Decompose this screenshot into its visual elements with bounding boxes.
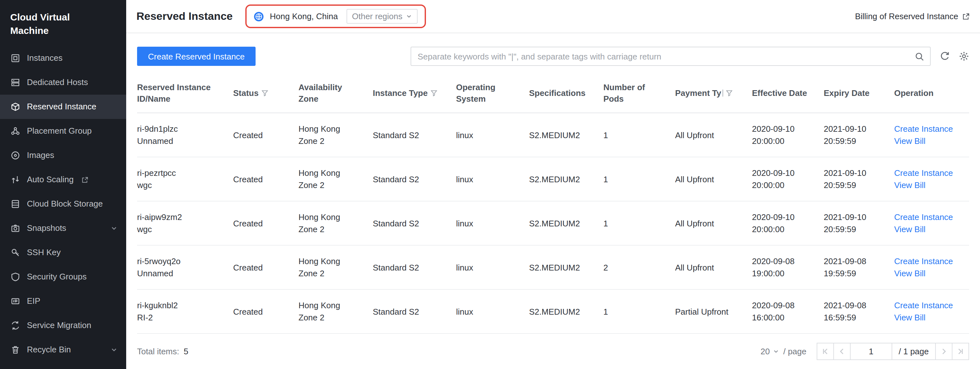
view-bill-link[interactable]: View Bill — [894, 135, 960, 147]
sidebar-item-snapshots[interactable]: Snapshots — [0, 216, 126, 241]
next-page-button[interactable] — [935, 343, 953, 360]
cell-operating-system: linux — [456, 261, 529, 273]
sidebar-item-label: Auto Scaling — [27, 174, 74, 185]
view-bill-link[interactable]: View Bill — [894, 312, 960, 324]
column-header-instance-type: Instance Type — [373, 87, 456, 100]
create-instance-link[interactable]: Create Instance — [894, 299, 960, 312]
other-regions-dropdown[interactable]: Other regions — [346, 9, 418, 24]
view-bill-link[interactable]: View Bill — [894, 267, 960, 279]
cell-payment-type: Partial Upfront — [675, 306, 752, 318]
page-size-value: 20 — [760, 347, 770, 356]
total-items-value: 5 — [184, 347, 188, 356]
sidebar-item-instances[interactable]: Instances — [0, 46, 126, 70]
sidebar-item-label: SSH Key — [27, 247, 61, 258]
column-label: Instance Type — [373, 88, 428, 98]
table-footer: Total items: 5 20 / page — [137, 334, 969, 369]
truncation-bar — [722, 89, 723, 96]
sidebar-item-label: Snapshots — [27, 223, 66, 233]
cell-operation: Create InstanceView Bill — [894, 123, 969, 147]
column-label: Specifications — [529, 88, 585, 98]
cell-status: Created — [233, 129, 299, 141]
column-label: Availability Zone — [299, 82, 342, 104]
instances-icon — [10, 53, 21, 63]
view-bill-link[interactable]: View Bill — [894, 179, 960, 191]
cell-instance-type: Standard S2 — [373, 306, 456, 318]
cell-expiry-date: 2021-09-0816:59:59 — [824, 299, 894, 324]
page-size-select[interactable]: 20 — [760, 347, 779, 356]
cell-instance-type: Standard S2 — [373, 261, 456, 273]
create-instance-link[interactable]: Create Instance — [894, 167, 960, 179]
cell-effective-date: 2020-09-1020:00:00 — [752, 123, 824, 147]
search-input[interactable] — [411, 48, 930, 65]
sidebar-item-cloud-block-storage[interactable]: Cloud Block Storage — [0, 192, 126, 216]
create-instance-link[interactable]: Create Instance — [894, 255, 960, 267]
topbar: Reserved Instance Hong Kong, China Other… — [126, 0, 980, 33]
cell-instance-type: Standard S2 — [373, 129, 456, 141]
page-title: Reserved Instance — [137, 10, 233, 23]
prev-page-button[interactable] — [833, 343, 851, 360]
column-label: Status — [233, 88, 258, 98]
cell-specifications: S2.MEDIUM2 — [529, 173, 603, 185]
first-page-button[interactable] — [817, 343, 834, 360]
last-page-button[interactable] — [952, 343, 969, 360]
cell-payment-type: All Upfront — [675, 261, 752, 273]
search-icon[interactable] — [915, 51, 924, 61]
cell-id-name: ri-5rwoyq2oUnnamed — [137, 255, 233, 279]
current-page-input[interactable] — [850, 343, 892, 360]
table-row: ri-kguknbl2RI-2CreatedHong KongZone 2Sta… — [137, 290, 969, 334]
filter-icon[interactable] — [261, 88, 268, 100]
page-nav-group: / 1 page — [817, 343, 969, 360]
toolbar-right — [410, 47, 969, 66]
cell-number-of-pods: 1 — [603, 129, 675, 141]
sidebar-item-recycle-bin[interactable]: Recycle Bin — [0, 338, 126, 362]
sidebar-item-images[interactable]: Images — [0, 143, 126, 168]
sidebar-item-label: Instances — [27, 53, 62, 63]
column-header-effective-date: Effective Date — [752, 88, 824, 99]
cell-expiry-date: 2021-09-1020:59:59 — [824, 167, 894, 191]
external-link-icon — [962, 13, 970, 20]
chevron-down-icon — [111, 347, 117, 353]
images-icon — [10, 150, 21, 160]
column-header-operating-system: Operating System — [456, 82, 529, 105]
sidebar-item-dedicated-hosts[interactable]: Dedicated Hosts — [0, 70, 126, 95]
refresh-icon[interactable] — [940, 51, 950, 62]
gear-icon[interactable] — [959, 51, 969, 62]
other-regions-label: Other regions — [352, 11, 402, 21]
create-instance-link[interactable]: Create Instance — [894, 123, 960, 135]
sidebar-item-label: Dedicated Hosts — [27, 78, 88, 88]
column-label: Number of Pods — [603, 82, 645, 104]
sidebar-item-label: Reserved Instance — [27, 102, 96, 112]
region-name: Hong Kong, China — [270, 11, 338, 21]
create-instance-link[interactable]: Create Instance — [894, 211, 960, 223]
table-row: ri-9dn1plzcUnnamedCreatedHong KongZone 2… — [137, 113, 969, 157]
sidebar-item-eip[interactable]: EIP — [0, 289, 126, 314]
billing-link[interactable]: Billing of Reserved Instance — [855, 11, 970, 21]
cell-operation: Create InstanceView Bill — [894, 299, 969, 324]
pagination: 20 / page — [760, 343, 969, 360]
billing-link-label: Billing of Reserved Instance — [855, 11, 958, 21]
filter-icon[interactable] — [726, 88, 733, 100]
create-reserved-instance-button[interactable]: Create Reserved Instance — [137, 47, 256, 66]
sidebar-item-service-migration[interactable]: Service Migration — [0, 314, 126, 338]
sidebar-item-security-groups[interactable]: Security Groups — [0, 265, 126, 289]
region-selector[interactable]: Hong Kong, China Other regions — [246, 5, 426, 28]
cell-specifications: S2.MEDIUM2 — [529, 306, 603, 318]
sidebar-item-auto-scaling[interactable]: Auto Scaling — [0, 168, 126, 192]
view-bill-link[interactable]: View Bill — [894, 223, 960, 235]
cell-number-of-pods: 2 — [603, 261, 675, 273]
filter-icon[interactable] — [430, 88, 437, 100]
cell-specifications: S2.MEDIUM2 — [529, 129, 603, 141]
placement-group-icon — [10, 126, 21, 136]
cell-number-of-pods: 1 — [603, 217, 675, 229]
cell-effective-date: 2020-09-1020:00:00 — [752, 211, 824, 235]
chevron-down-icon — [406, 13, 412, 19]
cell-payment-type: All Upfront — [675, 217, 752, 229]
sidebar-item-reserved-instance[interactable]: Reserved Instance — [0, 95, 126, 119]
sidebar-item-ssh-key[interactable]: SSH Key — [0, 241, 126, 265]
table-body: ri-9dn1plzcUnnamedCreatedHong KongZone 2… — [137, 113, 969, 334]
snapshots-icon — [10, 223, 21, 233]
service-migration-icon — [10, 320, 21, 331]
sidebar-item-placement-group[interactable]: Placement Group — [0, 119, 126, 143]
cell-status: Created — [233, 173, 299, 185]
cell-operation: Create InstanceView Bill — [894, 167, 969, 191]
